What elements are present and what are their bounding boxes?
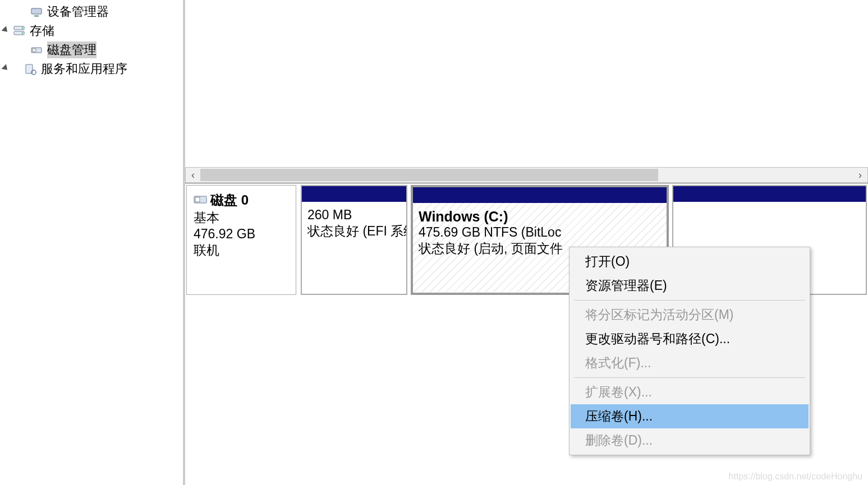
svg-rect-0 — [31, 8, 42, 14]
partition-size: 260 MB — [307, 207, 401, 223]
disk-status: 联机 — [194, 242, 289, 259]
partition-volume-name: Windows (C:) — [419, 209, 661, 225]
partition-size: 475.69 GB NTFS (BitLoc — [419, 225, 661, 240]
volume-list-area — [185, 0, 868, 167]
disk-info-panel[interactable]: 磁盘 0 基本 476.92 GB 联机 — [186, 185, 296, 295]
watermark: https://blog.csdn.net/codeHonghu — [729, 472, 862, 482]
scroll-left-arrow[interactable]: ‹ — [186, 168, 200, 182]
partition-header — [302, 186, 406, 202]
context-menu: 打开(O) 资源管理器(E) 将分区标记为活动分区(M) 更改驱动器号和路径(C… — [569, 247, 810, 455]
svg-rect-1 — [34, 15, 39, 17]
disk-size: 476.92 GB — [194, 227, 289, 242]
scroll-track[interactable] — [200, 168, 853, 182]
storage-icon — [12, 24, 26, 38]
svg-point-5 — [22, 33, 23, 34]
menu-separator — [574, 300, 805, 301]
sidebar-item-label: 磁盘管理 — [47, 41, 97, 58]
svg-rect-7 — [33, 49, 36, 52]
menu-extend-volume: 扩展卷(X)... — [571, 380, 809, 404]
disk-icon — [194, 192, 207, 208]
menu-separator — [574, 377, 805, 378]
sidebar-item-disk-management[interactable]: 磁盘管理 — [0, 40, 183, 59]
menu-shrink-volume[interactable]: 压缩卷(H)... — [571, 404, 809, 428]
menu-change-drive-letter[interactable]: 更改驱动器号和路径(C)... — [571, 327, 809, 351]
partition-header — [673, 186, 866, 202]
sidebar-item-label: 设备管理器 — [47, 3, 109, 20]
disk-name: 磁盘 0 — [210, 191, 249, 209]
menu-explorer[interactable]: 资源管理器(E) — [571, 274, 809, 298]
sidebar-item-storage[interactable]: 存储 — [0, 21, 183, 40]
menu-open[interactable]: 打开(O) — [571, 250, 809, 274]
menu-format: 格式化(F)... — [571, 351, 809, 375]
disk-mgmt-icon — [29, 43, 44, 57]
services-icon — [23, 62, 38, 76]
scroll-right-arrow[interactable]: › — [853, 168, 867, 182]
partition-header — [413, 187, 667, 203]
menu-mark-active: 将分区标记为活动分区(M) — [571, 303, 809, 327]
scroll-thumb[interactable] — [200, 169, 658, 181]
device-manager-icon — [29, 4, 44, 19]
sidebar-item-label: 服务和应用程序 — [41, 61, 127, 77]
sidebar: 设备管理器 存储 磁盘管理 服务和应用程序 — [0, 0, 185, 485]
partition-status: 状态良好 (EFI 系统 — [307, 223, 401, 240]
menu-delete-volume: 删除卷(D)... — [571, 428, 809, 452]
sidebar-item-device-manager[interactable]: 设备管理器 — [0, 2, 183, 21]
partition-efi[interactable]: 260 MB 状态良好 (EFI 系统 — [301, 185, 407, 295]
svg-point-4 — [22, 27, 23, 29]
sidebar-item-services[interactable]: 服务和应用程序 — [0, 59, 183, 78]
svg-rect-11 — [195, 197, 200, 202]
sidebar-item-label: 存储 — [30, 22, 54, 39]
horizontal-scrollbar[interactable]: ‹ › — [185, 167, 868, 183]
disk-type: 基本 — [194, 209, 289, 227]
